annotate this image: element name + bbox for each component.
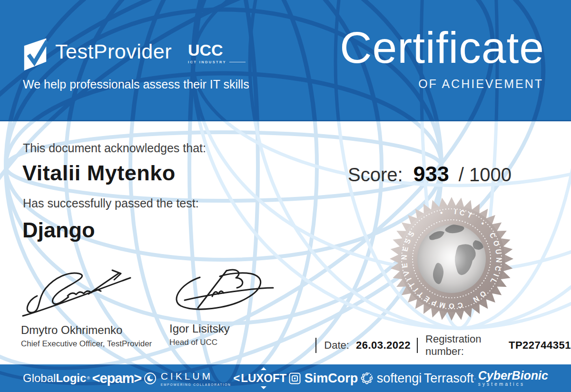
globallogic-prefix: Global — [23, 372, 56, 385]
softengi-wordmark: softengi — [377, 371, 422, 386]
ciklum-tagline: EMPOWERING COLLABORATION — [161, 383, 231, 386]
ucc-subtitle: ICT INDUSTRY — [188, 60, 226, 64]
signer-name: Dmytro Okhrimenko — [21, 323, 164, 337]
cyberbionic-tagline: systematics — [478, 382, 525, 387]
brand-name: TestProvider — [55, 36, 172, 67]
luxoft-caret-down-icon — [261, 386, 266, 389]
score-value: 933 — [413, 162, 449, 186]
registration-value: TP22744351 — [509, 339, 571, 352]
partner-globallogic: GlobalLogic® — [23, 372, 90, 385]
ucc-subtitle-rule — [229, 62, 246, 62]
signer-name: Igor Lisitsky — [169, 322, 293, 335]
simcorp-icon — [289, 372, 301, 384]
partner-softengi: softengi — [360, 371, 422, 386]
testprovider-check-icon — [23, 36, 48, 72]
luxoft-bracket-icon: < — [233, 372, 240, 385]
ciklum-wordmark: CIKLUM — [161, 371, 231, 382]
partner-simcorp: SimCorp — [289, 371, 358, 386]
recipient-name: Vitalii Mytenko — [22, 161, 176, 186]
partner-logo-bar: GlobalLogic® <epam> CIKLUM EMPOWERING CO… — [0, 364, 571, 392]
date-value: 26.03.2022 — [356, 339, 411, 352]
score-row: Score: 933 / 1000 — [348, 162, 512, 186]
ciklum-icon — [144, 372, 157, 385]
score-label: Score: — [348, 164, 403, 186]
terrasoft-mark: · — [474, 375, 476, 382]
simcorp-wordmark: SimCorp — [305, 371, 358, 386]
signature-stroke-ucc — [169, 268, 274, 317]
signer-title: Head of UCC — [169, 338, 293, 347]
partner-ciklum: CIKLUM EMPOWERING COLLABORATION — [144, 371, 231, 386]
ict-council-seal: • ICT • COUNCIL ON COMPETITIVENESS — [389, 196, 514, 321]
signature-stroke-ceo — [21, 266, 133, 319]
partner-epam: <epam> — [92, 371, 142, 386]
partner-cyberbionic: CyberBionic systematics — [478, 370, 548, 387]
signature-block-ucc: Igor Lisitsky Head of UCC — [169, 268, 293, 347]
cyberbionic-wordmark: CyberBionic — [478, 370, 548, 381]
score-max: / 1000 — [459, 164, 512, 186]
partner-terrasoft: Terrasoft· — [424, 371, 476, 386]
brand-tagline: We help professionals assess their IT sk… — [23, 78, 249, 91]
luxoft-wordmark: LUXOFT — [241, 372, 286, 385]
globallogic-suffix: Logic — [56, 372, 86, 385]
certificate-page: TestProvider UCC ICT INDUSTRY We help pr… — [0, 0, 571, 392]
date-label: Date: — [324, 339, 349, 352]
luxoft-caret-up-icon — [261, 367, 266, 370]
test-name: Django — [22, 218, 95, 243]
certificate-subtitle: OF ACHIEVEMENT — [305, 77, 543, 91]
meta-separator — [417, 338, 418, 353]
softengi-icon — [360, 372, 374, 385]
epam-wordmark: <epam> — [92, 371, 142, 386]
ucc-logo-dot-icon — [45, 43, 48, 47]
globallogic-mark: ® — [87, 376, 90, 381]
footer-meta-row: Date: 26.03.2022 Registration number: TP… — [315, 333, 571, 358]
meta-separator — [315, 338, 316, 353]
signature-block-ceo: Dmytro Okhrimenko Chief Executive Office… — [21, 266, 164, 349]
terrasoft-wordmark: Terrasoft — [424, 371, 474, 386]
acknowledge-label: This document acknowledges that: — [23, 141, 206, 155]
registration-label: Registration number: — [425, 333, 502, 358]
ucc-logo: UCC ICT INDUSTRY — [188, 42, 246, 64]
signer-title: Chief Executive Officer, TestProvider — [21, 339, 164, 349]
brand-lockup: TestProvider UCC ICT INDUSTRY — [23, 36, 246, 72]
partner-luxoft: < LUXOFT — [233, 372, 286, 385]
certificate-title: Certificate — [259, 25, 544, 71]
passed-label: Has successfully passed the test: — [23, 196, 199, 210]
ucc-logo-text: UCC — [188, 42, 246, 58]
